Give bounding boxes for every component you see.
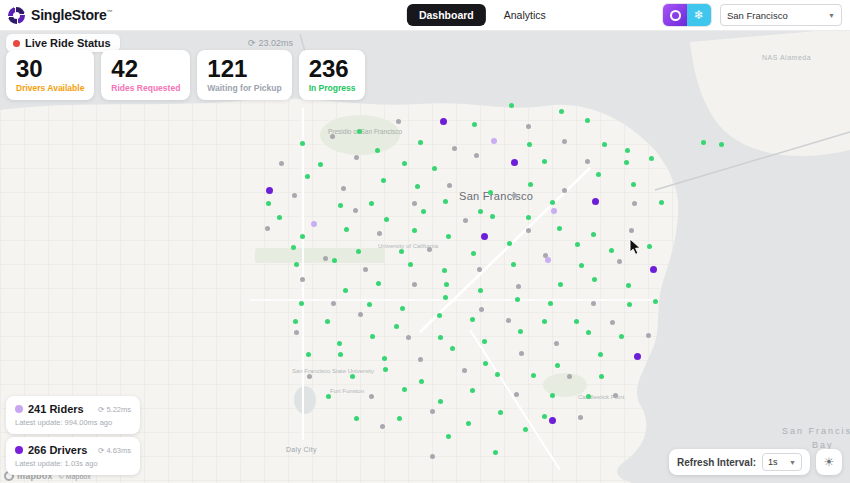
stat-label: In Progress (309, 83, 356, 93)
trademark: ™ (107, 9, 113, 15)
riders-latency: ⟳5.22ms (98, 405, 131, 414)
drivers-dot-icon (15, 446, 23, 454)
top-navbar: SingleStore™ Dashboard Analytics ❄ San F… (0, 0, 850, 31)
header-controls: ❄ San Francisco ▼ (662, 3, 842, 27)
database-toggle: ❄ (662, 3, 712, 27)
tab-dashboard[interactable]: Dashboard (407, 4, 486, 26)
snowflake-icon: ❄ (694, 8, 704, 22)
refresh-icon: ⟳ (248, 38, 256, 48)
refresh-interval-bar: Refresh Interval: 1s ▼ (669, 449, 810, 475)
singlestore-logo[interactable]: SingleStore™ (8, 7, 112, 24)
stat-label: Waiting for Pickup (207, 83, 281, 93)
chevron-down-icon: ▼ (828, 12, 835, 19)
tab-analytics[interactable]: Analytics (492, 4, 558, 26)
stats-row: 30 Drivers Available 42 Rides Requested … (6, 50, 365, 100)
drivers-latency: ⟳4.63ms (98, 446, 131, 455)
riders-card: 241 Riders ⟳5.22ms Latest update: 994.00… (6, 396, 140, 434)
stat-rides-requested: 42 Rides Requested (101, 50, 190, 100)
stat-waiting-for-pickup: 121 Waiting for Pickup (197, 50, 291, 100)
stat-value: 30 (16, 56, 84, 82)
live-red-dot (13, 40, 20, 47)
drivers-count: 266 Drivers (28, 444, 93, 456)
park-golden-gate (255, 248, 385, 263)
park-presidio (320, 115, 400, 155)
city-select[interactable]: San Francisco ▼ (720, 4, 842, 26)
riders-latest-update: Latest update: 994.00ms ago (15, 418, 131, 427)
stat-drivers-available: 30 Drivers Available (6, 50, 94, 100)
refresh-icon: ⟳ (98, 405, 104, 414)
stat-label: Drivers Available (16, 83, 84, 93)
refresh-interval-value: 1s (768, 457, 778, 467)
latency-value: 23.02ms (259, 38, 294, 48)
refresh-interval-select[interactable]: 1s ▼ (762, 453, 802, 471)
refresh-icon: ⟳ (98, 446, 104, 455)
stat-in-progress: 236 In Progress (299, 50, 366, 100)
live-ride-status-label: Live Ride Status (25, 37, 111, 49)
snowflake-toggle-button[interactable]: ❄ (687, 4, 711, 26)
singlestore-toggle-button[interactable] (663, 4, 687, 26)
chevron-down-icon: ▼ (789, 459, 796, 466)
park-mclaren (543, 373, 587, 397)
stat-label: Rides Requested (111, 83, 180, 93)
singlestore-logo-icon (8, 7, 25, 24)
logo-text: SingleStore™ (31, 7, 112, 23)
drivers-latest-update: Latest update: 1.03s ago (15, 459, 131, 468)
refresh-interval-label: Refresh Interval: (677, 457, 756, 468)
singlestore-ring-icon (670, 10, 681, 21)
stat-value: 42 (111, 56, 180, 82)
stat-value: 121 (207, 56, 281, 82)
riders-dot-icon (15, 405, 23, 413)
settings-button[interactable]: ☀ (816, 449, 842, 475)
settings-sun-icon: ☀ (824, 455, 835, 469)
drivers-card: 266 Drivers ⟳4.63ms Latest update: 1.03s… (6, 437, 140, 475)
lake-merced (294, 386, 316, 414)
query-latency-chip: ⟳ 23.02ms (248, 38, 293, 48)
city-select-value: San Francisco (727, 10, 788, 21)
stat-value: 236 (309, 56, 356, 82)
riders-count: 241 Riders (28, 403, 93, 415)
nav-tabs: Dashboard Analytics (407, 4, 558, 26)
